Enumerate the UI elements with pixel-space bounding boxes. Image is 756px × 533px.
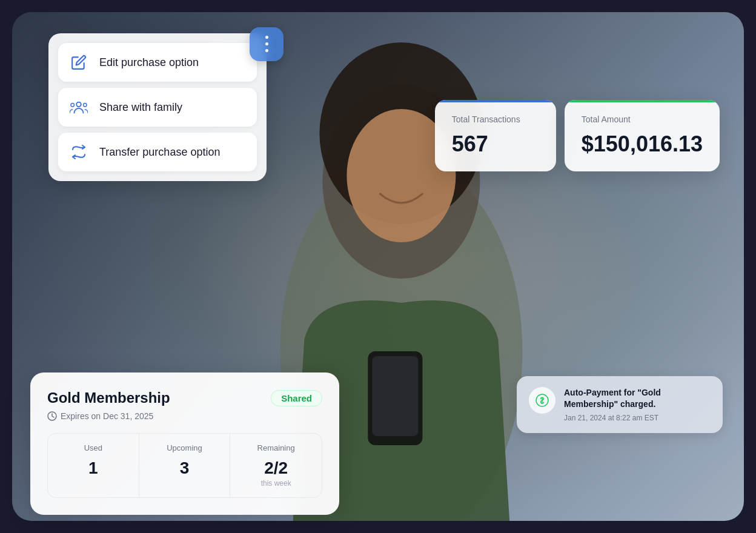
notification-title: Auto-Payment for "Gold Membership" charg… xyxy=(564,387,711,411)
shared-badge: Shared xyxy=(271,390,322,406)
share-label: Share with family xyxy=(99,101,182,114)
remaining-sub: this week xyxy=(237,479,314,488)
more-options-button[interactable] xyxy=(250,27,284,61)
menu-item-transfer[interactable]: Transfer purchase option xyxy=(58,133,257,171)
notification-icon-circle xyxy=(529,387,555,414)
svg-point-7 xyxy=(71,103,75,107)
remaining-value: 2/2 xyxy=(237,459,314,478)
remaining-label: Remaining xyxy=(237,443,314,452)
used-cell: Used 1 xyxy=(48,434,139,497)
remaining-cell: Remaining 2/2 this week xyxy=(230,434,322,497)
svg-rect-5 xyxy=(372,356,418,436)
membership-title: Gold Membership xyxy=(47,389,170,406)
transfer-label: Transfer purchase option xyxy=(99,146,220,159)
membership-card: Gold Membership Shared Expires on Dec 31… xyxy=(30,372,339,515)
total-transactions-card: Total Transactions 567 xyxy=(435,100,556,171)
notification-time: Jan 21, 2024 at 8:22 am EST xyxy=(564,414,711,422)
expiry-row: Expires on Dec 31, 2025 xyxy=(47,411,322,421)
svg-point-8 xyxy=(84,103,87,107)
expiry-text: Expires on Dec 31, 2025 xyxy=(61,411,153,421)
used-value: 1 xyxy=(55,459,131,478)
upcoming-label: Upcoming xyxy=(147,443,223,452)
dollar-icon xyxy=(536,394,549,407)
transfer-icon xyxy=(68,141,90,163)
clock-icon xyxy=(47,411,57,421)
menu-item-edit[interactable]: Edit purchase option xyxy=(58,43,257,82)
membership-header: Gold Membership Shared xyxy=(47,389,322,406)
edit-icon xyxy=(68,51,90,73)
usage-grid: Used 1 Upcoming 3 Remaining 2/2 this wee… xyxy=(47,433,322,498)
amount-value: $150,016.13 xyxy=(582,131,703,157)
used-label: Used xyxy=(55,443,131,452)
context-menu: Edit purchase option Share with family xyxy=(48,33,267,181)
notification-card: Auto-Payment for "Gold Membership" charg… xyxy=(517,376,723,433)
transactions-label: Total Transactions xyxy=(452,114,539,124)
family-icon xyxy=(68,96,90,118)
upcoming-value: 3 xyxy=(147,459,223,478)
notification-content: Auto-Payment for "Gold Membership" charg… xyxy=(564,387,711,422)
stats-container: Total Transactions 567 Total Amount $150… xyxy=(435,100,720,171)
transactions-value: 567 xyxy=(452,131,539,157)
edit-label: Edit purchase option xyxy=(99,56,199,69)
amount-label: Total Amount xyxy=(582,114,703,124)
total-amount-card: Total Amount $150,016.13 xyxy=(565,100,720,171)
menu-item-share[interactable]: Share with family xyxy=(58,88,257,127)
upcoming-cell: Upcoming 3 xyxy=(139,434,231,497)
svg-point-6 xyxy=(76,102,81,107)
